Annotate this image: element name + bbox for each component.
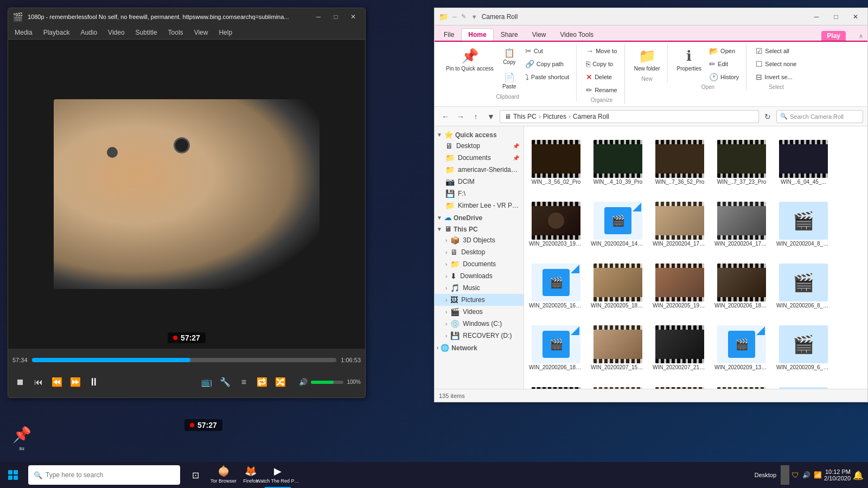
vlc-volume-slider[interactable] bbox=[311, 381, 343, 384]
vlc-menu-subtitle[interactable]: Subtitle bbox=[133, 28, 159, 37]
vlc-ext-button[interactable]: 🔧 bbox=[218, 375, 233, 390]
vlc-frame-fwd-button[interactable]: ⏩ bbox=[68, 375, 83, 390]
vlc-maximize-button[interactable]: □ bbox=[328, 11, 343, 22]
address-bar[interactable]: 🖥 This PC › Pictures › Camera Roll bbox=[500, 110, 759, 123]
list-item[interactable]: WIN_20200207_21_14_15_Pro bbox=[650, 314, 710, 374]
start-button[interactable] bbox=[0, 462, 26, 488]
sidebar-item-windows-c[interactable]: › 💿 Windows (C:) bbox=[435, 318, 524, 330]
sidebar-item-music[interactable]: › 🎵 Music bbox=[435, 282, 524, 294]
vlc-menu-tools[interactable]: Tools bbox=[166, 28, 186, 37]
speaker-icon[interactable]: 🔊 bbox=[802, 471, 810, 479]
sidebar-item-pc-desktop[interactable]: › 🖥 Desktop bbox=[435, 246, 524, 258]
vlc-progress-bar[interactable] bbox=[32, 358, 337, 362]
taskbar-search-input[interactable] bbox=[46, 471, 175, 479]
vlc-menu-view[interactable]: View bbox=[192, 28, 210, 37]
task-view-button[interactable]: ⊡ bbox=[184, 464, 206, 486]
sidebar-item-pc-documents[interactable]: › 📁 Documents bbox=[435, 258, 524, 270]
properties-button[interactable]: ℹ Properties bbox=[674, 45, 705, 75]
sidebar-item-kimber[interactable]: 📁 Kimber Lee - VR Pac... bbox=[435, 200, 524, 211]
list-item[interactable]: WIN_..6_04_45_... bbox=[774, 129, 833, 188]
select-none-button[interactable]: ☐ Select none bbox=[753, 58, 799, 70]
list-item[interactable]: 🎬 WIN_20200209_6_08_31_... bbox=[774, 314, 833, 374]
vlc-playlist-button[interactable]: ≡ bbox=[236, 375, 251, 390]
list-item[interactable]: WIN_20200205_19_15_38_Pro bbox=[650, 252, 710, 312]
sidebar-item-videos[interactable]: › 🎬 Videos bbox=[435, 306, 524, 318]
sidebar-item-dcim[interactable]: 📷 DCIM bbox=[435, 176, 524, 188]
rename-button[interactable]: ✏ Rename bbox=[583, 84, 620, 96]
ribbon-tab-share[interactable]: Share bbox=[494, 28, 525, 41]
ribbon-tab-home[interactable]: Home bbox=[461, 28, 493, 41]
list-item[interactable]: 🎬 WIN_20200205_16_20_53_Pro bbox=[526, 252, 586, 312]
list-item[interactable]: WIN_..7_37_23_Pro bbox=[712, 129, 771, 188]
sidebar-item-downloads[interactable]: › ⬇ Downloads bbox=[435, 270, 524, 282]
search-box[interactable]: 🔍 Search Camera Roll bbox=[776, 110, 863, 123]
recent-button[interactable]: ▼ bbox=[484, 110, 497, 123]
invert-selection-button[interactable]: ⊟ Invert se... bbox=[753, 71, 799, 83]
paste-shortcut-button[interactable]: ⤵ Paste shortcut bbox=[522, 71, 572, 83]
vlc-menu-media[interactable]: Media bbox=[12, 28, 35, 37]
ribbon-tab-file[interactable]: File bbox=[437, 28, 461, 41]
vlc-video-area[interactable] bbox=[8, 40, 365, 349]
list-item[interactable]: WIN_20200204_17_34_45_Pro bbox=[650, 190, 710, 250]
refresh-button[interactable]: ↻ bbox=[761, 110, 774, 123]
taskbar-search-box[interactable]: 🔍 bbox=[28, 465, 180, 485]
list-item[interactable]: 🎬 WIN_20200206_18_53_11_Pro bbox=[526, 314, 586, 374]
list-item[interactable]: WIN_20200203_19_14_42_Pro bbox=[526, 190, 586, 250]
list-item[interactable]: WIN_..7_36_52_Pro bbox=[650, 129, 710, 188]
move-to-button[interactable]: → Move to bbox=[583, 45, 620, 57]
sidebar-item-documents[interactable]: 📁 Documents 📌 bbox=[435, 152, 524, 164]
delete-button[interactable]: ✕ Delete bbox=[583, 71, 620, 83]
history-button[interactable]: 🕐 History bbox=[706, 71, 742, 83]
list-item[interactable]: WIN_20200209_18_12_42_Pro bbox=[526, 376, 586, 389]
list-item[interactable]: 🎬 WIN_20200209_13_12_02_Pro bbox=[712, 314, 771, 374]
cut-button[interactable]: ✂ Cut bbox=[522, 45, 572, 57]
sidebar-item-pictures[interactable]: › 🖼 Pictures bbox=[435, 294, 524, 306]
sidebar-item-f-drive[interactable]: 💾 F:\ bbox=[435, 188, 524, 200]
vlc-teletext-button[interactable]: 📺 bbox=[199, 375, 214, 390]
vlc-menu-video[interactable]: Video bbox=[106, 28, 126, 37]
vlc-menu-playback[interactable]: Playback bbox=[41, 28, 72, 37]
network-tray-icon[interactable]: 📶 bbox=[814, 471, 822, 479]
sidebar-section-quick-access[interactable]: ▼ ⭐ Quick access bbox=[435, 129, 524, 140]
list-item[interactable]: 🎬 WIN_20200206_8_52_46_... bbox=[774, 252, 833, 312]
vlc-shuffle-button[interactable]: 🔀 bbox=[273, 375, 288, 390]
taskbar-clock[interactable]: 10:12 PM 2/10/2020 bbox=[824, 468, 851, 481]
ribbon-tab-videotools[interactable]: Video Tools bbox=[553, 28, 601, 41]
taskbar-app-torbrowser[interactable]: 🧅 Tor Browser bbox=[210, 462, 237, 488]
taskbar-app-vlc[interactable]: ▶ Watch The Red Pill 20... bbox=[265, 462, 291, 488]
list-item[interactable]: 🎬 WIN_20200204_14_24_12_Pro bbox=[588, 190, 648, 250]
copy-button[interactable]: 📋 Copy bbox=[499, 45, 520, 68]
sidebar-section-onedrive[interactable]: ▼ ☁ OneDrive bbox=[435, 211, 524, 223]
sidebar-item-recovery-d[interactable]: › 💾 RECOVERY (D:) bbox=[435, 330, 524, 342]
sidebar-section-thispc[interactable]: ▼ 🖥 This PC bbox=[435, 223, 524, 234]
up-button[interactable]: ↑ bbox=[469, 110, 482, 123]
list-item[interactable]: WIN_..4_10_39_Pro bbox=[588, 129, 648, 188]
sidebar-item-3dobjects[interactable]: › 📦 3D Objects bbox=[435, 234, 524, 246]
list-item[interactable]: WIN_20200210_15_20_53_Pro bbox=[588, 376, 648, 389]
vlc-menu-help[interactable]: Help bbox=[216, 28, 234, 37]
pin-to-quick-access-button[interactable]: 📌 Pin to Quick access bbox=[443, 45, 496, 75]
back-button[interactable]: ← bbox=[439, 110, 452, 123]
vlc-loop-button[interactable]: 🔁 bbox=[254, 375, 270, 390]
desktop-show-button[interactable]: Desktop bbox=[755, 472, 776, 478]
copy-to-button[interactable]: ⎘ Copy to bbox=[583, 58, 620, 70]
list-item[interactable]: WIN_20200210_18_21_18_Pro bbox=[650, 376, 710, 389]
paste-button[interactable]: 📄 Paste bbox=[499, 69, 520, 93]
edit-button[interactable]: ✏ Edit bbox=[706, 58, 742, 70]
vlc-frame-back-button[interactable]: ⏪ bbox=[49, 375, 65, 390]
sidebar-item-americavr[interactable]: 📁 americavr-Sheridan... bbox=[435, 164, 524, 176]
ribbon-collapse-button[interactable]: ∧ bbox=[857, 31, 865, 41]
show-desktop-button[interactable] bbox=[781, 465, 789, 485]
explorer-close-button[interactable]: ✕ bbox=[848, 11, 863, 22]
list-item[interactable]: 🎬 WIN_20200204_8_03_12_... bbox=[774, 190, 833, 250]
taskbar-app-firefox[interactable]: 🦊 Firefox bbox=[238, 462, 264, 488]
copy-path-button[interactable]: 🔗 Copy path bbox=[522, 58, 572, 70]
list-item[interactable]: WIN_20200205_18_59_26_Pro bbox=[588, 252, 648, 312]
new-folder-button[interactable]: 📁 New folder bbox=[631, 45, 663, 75]
explorer-minimize-button[interactable]: ─ bbox=[809, 11, 824, 22]
notification-center-button[interactable]: 🔔 bbox=[853, 470, 864, 480]
sidebar-section-network[interactable]: › 🌐 Network bbox=[435, 342, 524, 353]
list-item[interactable]: 🎬 WIN_20200210_1_15_11_... bbox=[774, 376, 833, 389]
vlc-play-button[interactable]: ⏸ bbox=[86, 375, 101, 390]
vlc-stop-button[interactable]: ⏹ bbox=[12, 375, 28, 390]
